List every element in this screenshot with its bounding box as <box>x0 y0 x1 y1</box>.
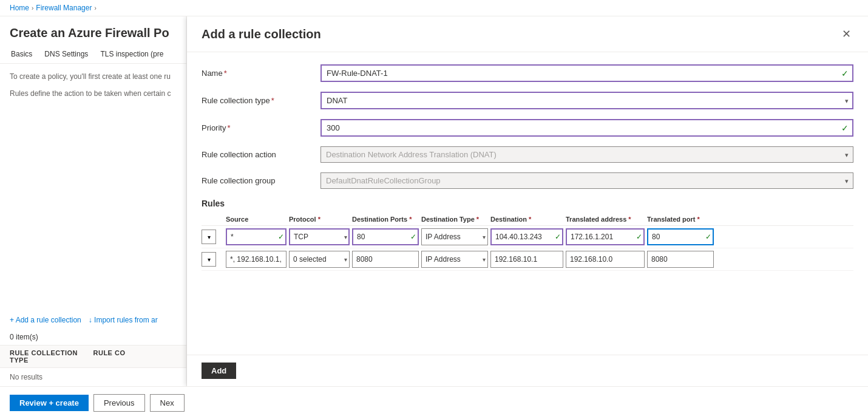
breadcrumb-chevron2: › <box>94 5 96 12</box>
row1-trans-address-wrap: ✓ <box>566 228 645 245</box>
rule-collection-group-row: Rule collection group DefaultDnatRuleCol… <box>202 172 853 189</box>
action-bar: + Add a rule collection ↓ Import rules f… <box>0 311 186 329</box>
rule-collection-action-row: Rule collection action Destination Netwo… <box>202 146 853 163</box>
rules-grid-header: Source Protocol * Destination Ports * De… <box>202 216 853 226</box>
row2-destination-wrap <box>490 251 563 268</box>
row1-dest-type-select[interactable]: IP Address <box>421 228 488 245</box>
panel-title: Add a rule collection <box>202 27 321 41</box>
rule-collection-action-label: Rule collection action <box>202 150 311 159</box>
rules-grid: Source Protocol * Destination Ports * De… <box>202 216 853 271</box>
row1-destination-input[interactable] <box>490 228 563 245</box>
rule-collection-type-row: Rule collection type* DNAT Network Appli… <box>202 92 853 109</box>
description2: Rules define the action to be taken when… <box>10 88 177 99</box>
tab-basics[interactable]: Basics <box>5 45 38 63</box>
items-count: 0 item(s) <box>0 329 186 345</box>
row2-trans-address-input[interactable] <box>566 251 645 268</box>
import-rules-link[interactable]: ↓ Import rules from ar <box>89 316 158 324</box>
breadcrumb: Home › Firewall Manager › <box>0 0 868 16</box>
row1-trans-port-wrap: ✓ <box>647 228 714 245</box>
page-title: Create an Azure Firewall Po <box>0 16 186 45</box>
panel-footer: Add <box>187 355 868 386</box>
rule-collection-group-label: Rule collection group <box>202 176 311 185</box>
rule-collection-group-wrap: DefaultDnatRuleCollectionGroup ▾ <box>320 172 853 189</box>
left-panel: Create an Azure Firewall Po Basics DNS S… <box>0 16 187 386</box>
row2-dest-ports-wrap <box>352 251 419 268</box>
row1-dest-type-wrap: IP Address ▾ <box>421 228 488 245</box>
description1: To create a policy, you'll first create … <box>10 71 177 82</box>
left-panel-body: To create a policy, you'll first create … <box>0 64 186 311</box>
row1-trans-address-input[interactable] <box>566 228 645 245</box>
footer: Review + create Previous Nex <box>0 386 868 419</box>
rule-collection-action-arrow: ▾ <box>845 151 849 158</box>
priority-input[interactable] <box>320 119 853 137</box>
row2-dest-ports-input[interactable] <box>352 251 419 268</box>
previous-button[interactable]: Previous <box>93 394 145 412</box>
row2-protocol-wrap: 0 selected ▾ <box>289 251 350 268</box>
dest-ports-header: Destination Ports * <box>352 216 419 223</box>
name-input[interactable] <box>320 64 853 82</box>
row1-source-input[interactable] <box>226 228 287 245</box>
source-header: Source <box>226 216 287 223</box>
row1-protocol-wrap: TCP UDP ▾ <box>289 228 350 245</box>
name-row: Name* ✓ <box>202 64 853 82</box>
row2-trans-port-input[interactable] <box>647 251 714 268</box>
priority-row: Priority* ✓ <box>202 119 853 137</box>
rule-collection-action-select: Destination Network Address Translation … <box>320 146 853 163</box>
priority-label: Priority* <box>202 123 311 132</box>
table-row: ▾ 0 selected ▾ <box>202 248 853 271</box>
table-row: ▾ ✓ TCP UDP ▾ ✓ <box>202 226 853 248</box>
tab-dns-settings[interactable]: DNS Settings <box>38 45 94 63</box>
name-label: Name* <box>202 69 311 78</box>
row1-expand-button[interactable]: ▾ <box>202 230 216 244</box>
row2-trans-address-wrap <box>566 251 645 268</box>
col-rule-collection-type-header: RULE COLLECTION TYPE <box>10 349 93 364</box>
row2-dest-type-select[interactable]: IP Address <box>421 251 488 268</box>
next-button[interactable]: Nex <box>150 394 185 412</box>
close-button[interactable]: ✕ <box>839 26 853 42</box>
review-create-button[interactable]: Review + create <box>10 395 89 411</box>
row1-destination-wrap: ✓ <box>490 228 563 245</box>
rule-collection-action-wrap: Destination Network Address Translation … <box>320 146 853 163</box>
right-panel: Add a rule collection ✕ Name* ✓ Rule col… <box>187 16 868 386</box>
rule-collection-group-arrow: ▾ <box>845 177 849 185</box>
row2-expand-button[interactable]: ▾ <box>202 252 216 267</box>
breadcrumb-chevron1: › <box>32 5 33 12</box>
row2-dest-type-wrap: IP Address ▾ <box>421 251 488 268</box>
col-rule-co-header: RULE CO <box>93 349 177 364</box>
breadcrumb-firewall-manager[interactable]: Firewall Manager <box>36 4 92 12</box>
row2-source-wrap <box>226 251 287 268</box>
row1-source-wrap: ✓ <box>226 228 287 245</box>
no-results-text: No results <box>0 368 186 386</box>
dest-type-header: Destination Type * <box>421 216 488 223</box>
trans-address-header: Translated address * <box>566 216 645 223</box>
row1-protocol-select[interactable]: TCP UDP <box>289 228 350 245</box>
rule-collection-type-wrap: DNAT Network Application ▾ <box>320 92 853 109</box>
row1-dest-ports-input[interactable] <box>352 228 419 245</box>
breadcrumb-home[interactable]: Home <box>10 4 29 12</box>
protocol-header: Protocol * <box>289 216 350 223</box>
rule-table-header: RULE COLLECTION TYPE RULE CO <box>0 345 186 368</box>
row1-dest-ports-wrap: ✓ <box>352 228 419 245</box>
rules-label: Rules <box>202 199 853 208</box>
row2-destination-input[interactable] <box>490 251 563 268</box>
rule-collection-type-select[interactable]: DNAT Network Application <box>320 92 853 109</box>
rule-collection-group-select: DefaultDnatRuleCollectionGroup <box>320 172 853 189</box>
row2-trans-port-wrap <box>647 251 714 268</box>
row2-protocol-select[interactable]: 0 selected <box>289 251 350 268</box>
add-button[interactable]: Add <box>202 363 236 379</box>
name-field-wrap: ✓ <box>320 64 853 82</box>
tabs-bar: Basics DNS Settings TLS inspection (pre <box>0 45 186 64</box>
tab-tls[interactable]: TLS inspection (pre <box>94 45 169 63</box>
destination-header: Destination * <box>490 216 563 223</box>
panel-header: Add a rule collection ✕ <box>187 16 868 52</box>
row1-trans-port-input[interactable] <box>647 228 714 245</box>
trans-port-header: Translated port * <box>647 216 714 223</box>
row2-source-input[interactable] <box>226 251 287 268</box>
priority-wrap: ✓ <box>320 119 853 137</box>
rule-collection-type-label: Rule collection type* <box>202 96 311 105</box>
add-rule-collection-link[interactable]: + Add a rule collection <box>10 316 81 324</box>
panel-body: Name* ✓ Rule collection type* DNAT Netwo… <box>187 52 868 355</box>
